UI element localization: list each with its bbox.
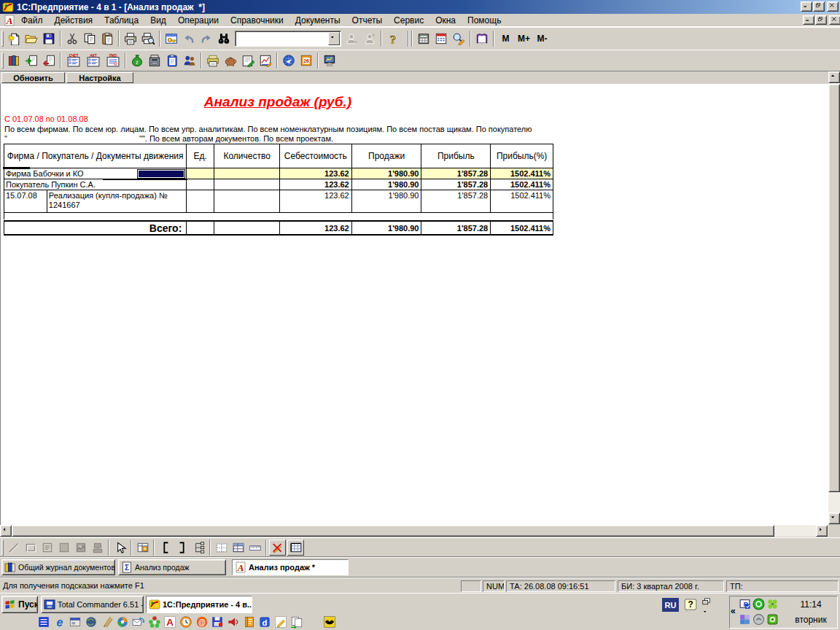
quicklaunch-mail-icon[interactable]: @	[195, 615, 209, 629]
quicklaunch-grid-icon[interactable]	[37, 615, 50, 629]
quicklaunch-ie-icon[interactable]: e	[53, 615, 66, 629]
find-button[interactable]	[215, 30, 233, 47]
journals-button[interactable]	[5, 52, 23, 69]
pko-document-button[interactable]: ПКО	[103, 52, 122, 69]
scroll-left-button[interactable]	[0, 525, 12, 537]
selected-cell[interactable]	[137, 169, 185, 179]
task-total-commander[interactable]: Total Commander 6.51 - ...	[41, 596, 144, 613]
tray-puzzle-icon[interactable]	[739, 613, 751, 626]
cascade-windows-icon[interactable]	[701, 598, 712, 608]
table-total-row[interactable]: Всего: 123.62 1'980.90 1'857.28 1502.411…	[4, 220, 553, 236]
quicklaunch-d-icon[interactable]: d	[258, 615, 271, 629]
tray-expand-arrow[interactable]	[703, 610, 709, 616]
quicklaunch-pencil-icon[interactable]	[274, 615, 287, 629]
undo-button[interactable]	[180, 30, 198, 47]
rectangle-tool-button[interactable]	[22, 540, 39, 556]
scroll-right-button[interactable]	[816, 525, 828, 537]
cursor-tool-button[interactable]	[112, 540, 128, 556]
memory-subtract-button[interactable]: M-	[533, 30, 551, 47]
grid-toggle-button[interactable]	[287, 540, 304, 556]
table-row-document[interactable]: 15.07.08 Реализация (купля-продажа) № 12…	[4, 190, 553, 213]
chart-report-button[interactable]	[257, 52, 274, 69]
quicklaunch-icq-icon[interactable]	[148, 615, 161, 629]
col-header-firm[interactable]: Фирма / Покупатель / Документы движения	[4, 144, 187, 168]
memory-recall-button[interactable]: M	[497, 30, 515, 47]
mdi-window-journal[interactable]: Общий журнал документов : ...	[1, 559, 115, 575]
calendar-button[interactable]	[432, 30, 450, 47]
employees-button[interactable]	[181, 52, 198, 69]
tray-icq-icon[interactable]	[752, 598, 765, 610]
schet-document-button[interactable]: СЧЕТ	[63, 52, 83, 69]
user-properties-button[interactable]	[343, 30, 361, 47]
quicklaunch-pencils-icon[interactable]	[101, 615, 114, 629]
combobox-dropdown-icon[interactable]	[328, 32, 340, 45]
money-bag-button[interactable]	[128, 52, 146, 69]
quicklaunch-window-icon[interactable]	[69, 615, 82, 629]
ole-tool-button[interactable]	[89, 540, 106, 556]
internet-button[interactable]	[280, 52, 298, 69]
text-tool-button[interactable]	[39, 540, 55, 556]
task-1c[interactable]: 1С:Предприятие - 4 в...	[146, 596, 252, 613]
menu-operations[interactable]: Операции	[172, 14, 225, 27]
table-section-button[interactable]	[134, 540, 151, 556]
quicklaunch-floppy-icon[interactable]	[211, 615, 224, 629]
dotted-grid-button[interactable]	[213, 540, 230, 556]
col-header-unit[interactable]: Ед.	[187, 144, 214, 168]
user-monitor-button[interactable]	[361, 30, 378, 47]
menu-documents[interactable]: Документы	[289, 14, 346, 27]
menu-reports[interactable]: Отчеты	[346, 14, 388, 27]
tray-chevron[interactable]: «	[731, 606, 736, 616]
tray-speaker-icon[interactable]	[752, 613, 765, 626]
toolbar-grip[interactable]	[1, 52, 4, 69]
line-tool-button[interactable]	[5, 540, 22, 556]
start-button[interactable]: Пуск	[1, 596, 38, 613]
zoom-edit-button[interactable]	[450, 30, 467, 47]
toolbar-grip[interactable]	[1, 540, 4, 556]
close-button[interactable]	[827, 1, 839, 12]
value-combobox[interactable]	[235, 31, 341, 47]
col-header-qty[interactable]: Количество	[214, 144, 280, 168]
menu-file[interactable]: Файл	[15, 14, 49, 27]
tray-clover-icon[interactable]	[766, 598, 779, 610]
print-button[interactable]	[122, 30, 139, 47]
minimize-button[interactable]	[801, 1, 812, 12]
redo-button[interactable]	[198, 30, 215, 47]
cash-register-button[interactable]	[146, 52, 163, 69]
quicklaunch-acrobat-icon[interactable]: A	[163, 615, 176, 629]
mdi-close-button[interactable]	[829, 15, 840, 25]
print-form-button[interactable]	[204, 52, 222, 69]
menu-windows[interactable]: Окна	[429, 14, 462, 27]
vertical-scroll-thumb[interactable]	[828, 84, 840, 492]
orange-calendar-button[interactable]: 26	[298, 52, 315, 69]
restore-button[interactable]	[813, 1, 825, 12]
table-row-customer[interactable]: Покупатель Пупкин С.А. 123.62 1'980.90 1…	[4, 179, 553, 190]
help-button[interactable]: ?	[384, 30, 402, 47]
quicklaunch-outlook-icon[interactable]	[132, 615, 145, 629]
save-button[interactable]	[40, 30, 58, 47]
quicklaunch-mediaplayer-icon[interactable]	[116, 615, 129, 629]
mdi-window-report2[interactable]: AАнализ продаж *	[232, 559, 349, 575]
open-button[interactable]	[23, 30, 40, 47]
table-row-firm[interactable]: Фирма Бабочки и КО 123.62 1'980.90 1'857…	[4, 168, 553, 179]
quicklaunch-clock-icon[interactable]	[179, 615, 192, 629]
bracket-close-button[interactable]	[174, 540, 190, 556]
toolbar-grip[interactable]	[1, 31, 4, 47]
bracket-open-button[interactable]	[157, 540, 174, 556]
mdi-window-report1[interactable]: ΣАнализ продаж	[118, 559, 226, 575]
scroll-down-button[interactable]	[828, 513, 840, 524]
refresh-button[interactable]: Обновить	[1, 72, 65, 83]
menu-view[interactable]: Вид	[144, 14, 172, 27]
fixed-header-button[interactable]	[230, 540, 246, 556]
sections-tool-button[interactable]	[190, 540, 207, 556]
blue-clipboard-button[interactable]	[163, 52, 181, 69]
col-header-profit-pct[interactable]: Прибыль(%)	[491, 144, 553, 168]
report-book-button[interactable]	[239, 52, 257, 69]
tray-player-icon[interactable]	[766, 613, 779, 626]
prev-document-button[interactable]	[40, 52, 58, 69]
no-edit-toggle-button[interactable]	[269, 540, 286, 556]
help-tray-icon[interactable]: ?	[683, 597, 697, 612]
description-button[interactable]	[473, 30, 491, 47]
next-document-button[interactable]	[23, 52, 40, 69]
horizontal-scroll-thumb[interactable]	[12, 525, 774, 537]
piggy-bank-button[interactable]	[222, 52, 239, 69]
